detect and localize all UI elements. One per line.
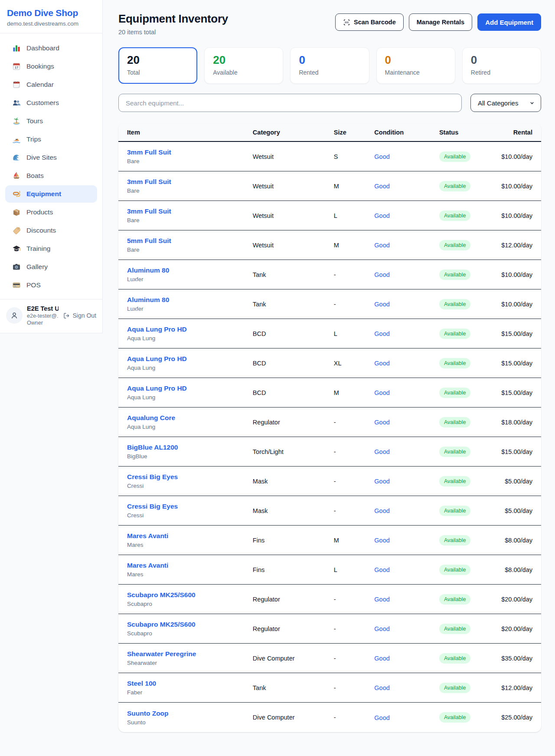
item-category: BCD [253,389,334,396]
item-category: Regulator [253,625,334,632]
table-row[interactable]: Mares Avanti Mares Fins M Good Available… [118,526,541,555]
stat-card-total[interactable]: 20 Total [118,47,197,84]
sidebar-item-bookings[interactable]: 17 Bookings [5,58,97,75]
item-condition-link[interactable]: Good [374,330,389,337]
item-condition-link[interactable]: Good [374,153,389,160]
item-name-link[interactable]: Aqua Lung Pro HD [127,355,187,362]
sidebar-item-trips[interactable]: Trips [5,131,97,148]
item-name-link[interactable]: Scubapro MK25/S600 [127,591,196,598]
item-condition-link[interactable]: Good [374,714,389,721]
status-badge: Available [439,240,471,250]
item-name-link[interactable]: Suunto Zoop [127,710,169,717]
table-row[interactable]: Cressi Big Eyes Cressi Mask - Good Avail… [118,496,541,526]
item-condition-link[interactable]: Good [374,419,389,426]
item-name-link[interactable]: Mares Avanti [127,532,168,539]
table-row[interactable]: BigBlue AL1200 BigBlue Torch/Light - Goo… [118,437,541,467]
item-name-link[interactable]: 3mm Full Suit [127,178,171,185]
table-row[interactable]: Aqua Lung Pro HD Aqua Lung BCD L Good Av… [118,319,541,348]
table-row[interactable]: Scubapro MK25/S600 Scubapro Regulator - … [118,614,541,644]
item-rental-rate: $20.00/day [488,596,532,603]
item-size: - [334,507,375,514]
table-row[interactable]: Aluminum 80 Luxfer Tank - Good Available… [118,289,541,319]
item-name-link[interactable]: Aluminum 80 [127,296,169,303]
item-condition-link[interactable]: Good [374,271,389,278]
table-row[interactable]: 3mm Full Suit Bare Wetsuit S Good Availa… [118,142,541,171]
item-name-link[interactable]: Cressi Big Eyes [127,503,178,510]
item-condition-link[interactable]: Good [374,448,389,455]
item-condition-link[interactable]: Good [374,360,389,367]
item-name-link[interactable]: Mares Avanti [127,562,168,569]
table-row[interactable]: 3mm Full Suit Bare Wetsuit M Good Availa… [118,171,541,201]
stat-card-rented[interactable]: 0 Rented [290,47,369,84]
sidebar-item-pos[interactable]: POS [5,276,97,294]
item-name-link[interactable]: 5mm Full Suit [127,237,171,244]
item-name-link[interactable]: Aluminum 80 [127,266,169,274]
sidebar-item-discounts[interactable]: Discounts [5,222,97,239]
table-row[interactable]: 3mm Full Suit Bare Wetsuit L Good Availa… [118,201,541,230]
brand-name[interactable]: Demo Dive Shop [7,8,95,18]
item-name-link[interactable]: Aqualung Core [127,414,175,421]
stat-label: Total [127,69,189,76]
item-condition-link[interactable]: Good [374,478,389,485]
item-name-link[interactable]: 3mm Full Suit [127,148,171,156]
item-condition-link[interactable]: Good [374,242,389,249]
stat-card-retired[interactable]: 0 Retired [462,47,541,84]
stat-card-maintenance[interactable]: 0 Maintenance [376,47,455,84]
manage-rentals-button[interactable]: Manage Rentals [409,13,472,31]
table-row[interactable]: Aluminum 80 Luxfer Tank - Good Available… [118,260,541,289]
brand-domain: demo.test.divestreams.com [7,20,95,27]
search-input[interactable] [118,94,462,112]
category-select[interactable]: All Categories [470,94,541,112]
item-condition-link[interactable]: Good [374,596,389,603]
add-equipment-button[interactable]: Add Equipment [477,13,541,31]
sidebar-item-equipment[interactable]: Equipment [5,185,97,203]
sidebar-item-tours[interactable]: Tours [5,112,97,130]
item-name-link[interactable]: BigBlue AL1200 [127,444,178,451]
item-name-link[interactable]: Cressi Big Eyes [127,473,178,480]
table-row[interactable]: Cressi Big Eyes Cressi Mask - Good Avail… [118,467,541,496]
table-row[interactable]: Scubapro MK25/S600 Scubapro Regulator - … [118,585,541,614]
item-name-link[interactable]: Shearwater Peregrine [127,650,196,657]
stat-card-available[interactable]: 20 Available [204,47,283,84]
item-condition-link[interactable]: Good [374,537,389,544]
manage-rentals-label: Manage Rentals [417,19,464,26]
sidebar-item-products[interactable]: Products [5,204,97,221]
item-size: - [334,301,375,308]
item-category: BCD [253,360,334,367]
item-name-link[interactable]: Aqua Lung Pro HD [127,385,187,392]
sidebar-item-customers[interactable]: Customers [5,94,97,112]
item-condition-link[interactable]: Good [374,684,389,691]
sidebar-item-gallery[interactable]: Gallery [5,258,97,276]
table-row[interactable]: 5mm Full Suit Bare Wetsuit M Good Availa… [118,230,541,260]
table-row[interactable]: Suunto Zoop Suunto Dive Computer - Good … [118,703,541,732]
sidebar-item-dashboard[interactable]: Dashboard [5,39,97,57]
item-name-link[interactable]: 3mm Full Suit [127,207,171,215]
sidebar-item-boats[interactable]: Boats [5,167,97,184]
item-condition-link[interactable]: Good [374,566,389,573]
table-row[interactable]: Mares Avanti Mares Fins L Good Available… [118,555,541,585]
sidebar-item-calendar[interactable]: Calendar [5,76,97,93]
item-condition-link[interactable]: Good [374,507,389,514]
item-condition-link[interactable]: Good [374,655,389,662]
item-name-link[interactable]: Steel 100 [127,680,156,687]
table-row[interactable]: Aqualung Core Aqua Lung Regulator - Good… [118,408,541,437]
status-badge: Available [439,712,471,723]
sidebar-item-dive-sites[interactable]: Dive Sites [5,149,97,166]
item-condition-link[interactable]: Good [374,212,389,219]
sign-out-button[interactable]: Sign Out [63,312,96,319]
table-row[interactable]: Shearwater Peregrine Shearwater Dive Com… [118,644,541,673]
table-row[interactable]: Aqua Lung Pro HD Aqua Lung BCD XL Good A… [118,348,541,378]
table-row[interactable]: Steel 100 Faber Tank - Good Available $1… [118,673,541,703]
sidebar-item-training[interactable]: Training [5,240,97,257]
item-condition-link[interactable]: Good [374,389,389,396]
table-row[interactable]: Aqua Lung Pro HD Aqua Lung BCD M Good Av… [118,378,541,408]
item-condition-link[interactable]: Good [374,301,389,308]
item-name-link[interactable]: Scubapro MK25/S600 [127,621,196,628]
item-condition-link[interactable]: Good [374,625,389,632]
item-name-link[interactable]: Aqua Lung Pro HD [127,325,187,333]
status-badge: Available [439,417,471,427]
item-brand: Bare [127,217,253,224]
item-condition-link[interactable]: Good [374,183,389,190]
scan-barcode-button[interactable]: Scan Barcode [335,13,404,31]
dive-sites-icon [12,153,21,162]
